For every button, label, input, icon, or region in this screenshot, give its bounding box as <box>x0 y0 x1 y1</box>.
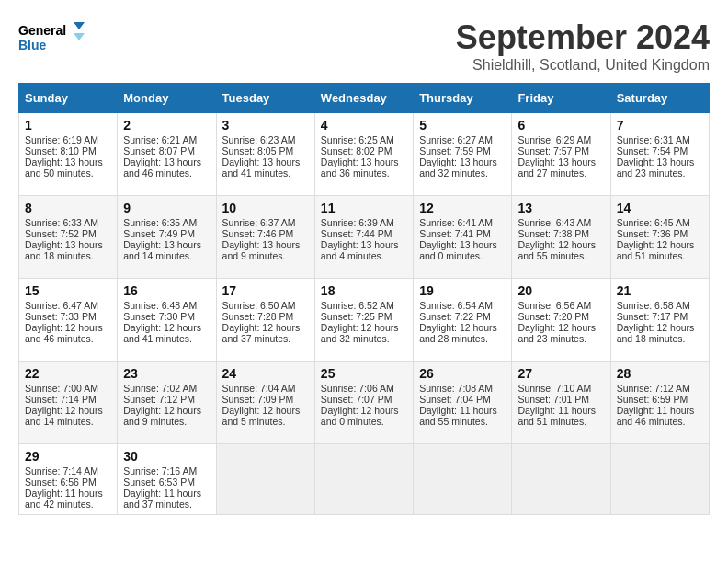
day-number: 21 <box>617 283 703 298</box>
day-info-line: Sunrise: 6:39 AM <box>321 217 407 228</box>
calendar-cell: 15Sunrise: 6:47 AMSunset: 7:33 PMDayligh… <box>19 279 118 362</box>
calendar-cell: 4Sunrise: 6:25 AMSunset: 8:02 PMDaylight… <box>314 113 413 196</box>
day-info-line: Sunset: 7:14 PM <box>25 394 111 405</box>
day-info-line: Sunrise: 7:12 AM <box>617 383 703 394</box>
day-number: 25 <box>321 366 407 381</box>
day-info-line: Sunset: 6:56 PM <box>25 477 111 488</box>
page-header: GeneralBlue September 2024 Shieldhill, S… <box>18 18 710 74</box>
day-info-line: and 51 minutes. <box>518 416 604 427</box>
calendar-cell <box>414 444 512 515</box>
day-info-line: and 23 minutes. <box>617 167 703 178</box>
day-number: 13 <box>518 201 604 215</box>
weekday-header-tuesday: Tuesday <box>216 84 314 113</box>
day-info-line: Daylight: 11 hours <box>123 488 210 499</box>
day-info-line: Sunrise: 7:16 AM <box>123 465 210 477</box>
calendar-cell: 1Sunrise: 6:19 AMSunset: 8:10 PMDaylight… <box>19 113 118 196</box>
day-info-line: Sunrise: 6:33 AM <box>25 217 111 228</box>
day-info-line: Daylight: 12 hours <box>518 239 604 250</box>
day-number: 26 <box>419 366 506 381</box>
calendar-cell: 5Sunrise: 6:27 AMSunset: 7:59 PMDaylight… <box>414 113 512 196</box>
svg-text:Blue: Blue <box>18 38 47 52</box>
day-info-line: Sunrise: 7:10 AM <box>518 383 604 394</box>
calendar-cell: 27Sunrise: 7:10 AMSunset: 7:01 PMDayligh… <box>512 362 610 444</box>
calendar-cell: 28Sunrise: 7:12 AMSunset: 6:59 PMDayligh… <box>610 362 709 444</box>
day-info-line: Sunrise: 7:14 AM <box>25 465 111 477</box>
day-number: 11 <box>321 201 407 215</box>
svg-marker-3 <box>74 33 85 40</box>
day-number: 24 <box>222 366 309 381</box>
day-info-line: Sunrise: 7:06 AM <box>321 383 407 394</box>
day-info-line: Sunrise: 6:37 AM <box>222 217 309 228</box>
day-info-line: Daylight: 13 hours <box>123 239 210 250</box>
day-info-line: Sunset: 7:28 PM <box>222 311 309 322</box>
day-info-line: Sunset: 7:33 PM <box>25 311 111 322</box>
calendar-cell <box>512 444 610 515</box>
calendar-cell: 2Sunrise: 6:21 AMSunset: 8:07 PMDaylight… <box>118 113 216 196</box>
day-info-line: Sunrise: 6:56 AM <box>518 300 604 311</box>
day-info-line: Sunset: 8:02 PM <box>321 145 407 156</box>
day-info-line: Daylight: 13 hours <box>321 239 407 250</box>
calendar-cell: 25Sunrise: 7:06 AMSunset: 7:07 PMDayligh… <box>314 362 413 444</box>
day-info-line: Sunset: 7:20 PM <box>518 311 604 322</box>
month-title: September 2024 <box>456 18 710 57</box>
day-info-line: Daylight: 13 hours <box>222 239 309 250</box>
day-number: 5 <box>419 118 506 132</box>
day-info-line: Sunset: 7:52 PM <box>25 228 111 239</box>
day-number: 20 <box>518 283 604 298</box>
day-info-line: Daylight: 12 hours <box>25 405 111 416</box>
day-info-line: Daylight: 13 hours <box>321 156 407 167</box>
day-info-line: and 14 minutes. <box>25 416 111 427</box>
day-info-line: Sunrise: 6:52 AM <box>321 300 407 311</box>
weekday-header-saturday: Saturday <box>610 84 709 113</box>
day-info-line: and 37 minutes. <box>222 333 309 344</box>
day-info-line: Daylight: 11 hours <box>25 488 111 499</box>
day-info-line: Sunrise: 6:58 AM <box>617 300 703 311</box>
day-info-line: Sunset: 7:01 PM <box>518 394 604 405</box>
calendar-cell: 8Sunrise: 6:33 AMSunset: 7:52 PMDaylight… <box>19 196 118 279</box>
day-info-line: and 46 minutes. <box>123 167 210 178</box>
day-info-line: Daylight: 13 hours <box>518 156 604 167</box>
logo-icon: GeneralBlue <box>18 18 92 55</box>
day-info-line: and 18 minutes. <box>25 250 111 261</box>
day-info-line: Sunrise: 6:19 AM <box>25 134 111 145</box>
day-info-line: Sunrise: 6:41 AM <box>419 217 506 228</box>
calendar-cell: 11Sunrise: 6:39 AMSunset: 7:44 PMDayligh… <box>314 196 413 279</box>
weekday-header-friday: Friday <box>512 84 610 113</box>
day-info-line: Sunset: 7:25 PM <box>321 311 407 322</box>
calendar-cell: 16Sunrise: 6:48 AMSunset: 7:30 PMDayligh… <box>118 279 216 362</box>
day-info-line: Sunset: 7:54 PM <box>617 145 703 156</box>
day-info-line: Sunset: 7:44 PM <box>321 228 407 239</box>
day-info-line: Daylight: 12 hours <box>321 405 407 416</box>
day-info-line: and 5 minutes. <box>222 416 309 427</box>
day-info-line: Sunset: 7:17 PM <box>617 311 703 322</box>
day-info-line: Sunrise: 6:35 AM <box>123 217 210 228</box>
day-info-line: and 0 minutes. <box>321 416 407 427</box>
day-info-line: Sunrise: 6:21 AM <box>123 134 210 145</box>
day-info-line: Sunrise: 6:27 AM <box>419 134 506 145</box>
calendar-cell: 10Sunrise: 6:37 AMSunset: 7:46 PMDayligh… <box>216 196 314 279</box>
day-info-line: Sunrise: 6:31 AM <box>617 134 703 145</box>
calendar-cell: 12Sunrise: 6:41 AMSunset: 7:41 PMDayligh… <box>414 196 512 279</box>
day-number: 22 <box>25 366 111 381</box>
day-number: 6 <box>518 118 604 132</box>
day-number: 17 <box>222 283 309 298</box>
weekday-header-sunday: Sunday <box>19 84 118 113</box>
day-info-line: Daylight: 11 hours <box>617 405 703 416</box>
day-info-line: Sunset: 7:59 PM <box>419 145 506 156</box>
day-info-line: Daylight: 12 hours <box>222 405 309 416</box>
calendar-cell: 17Sunrise: 6:50 AMSunset: 7:28 PMDayligh… <box>216 279 314 362</box>
day-info-line: Sunset: 7:41 PM <box>419 228 506 239</box>
day-info-line: and 0 minutes. <box>419 250 506 261</box>
calendar-cell: 19Sunrise: 6:54 AMSunset: 7:22 PMDayligh… <box>414 279 512 362</box>
day-info-line: and 41 minutes. <box>222 167 309 178</box>
calendar-cell: 21Sunrise: 6:58 AMSunset: 7:17 PMDayligh… <box>610 279 709 362</box>
day-info-line: Sunset: 8:05 PM <box>222 145 309 156</box>
day-info-line: and 46 minutes. <box>25 333 111 344</box>
day-info-line: Sunset: 8:07 PM <box>123 145 210 156</box>
day-number: 28 <box>617 366 703 381</box>
day-info-line: Sunset: 6:53 PM <box>123 477 210 488</box>
day-number: 10 <box>222 201 309 215</box>
calendar-cell: 18Sunrise: 6:52 AMSunset: 7:25 PMDayligh… <box>314 279 413 362</box>
day-number: 9 <box>123 201 210 215</box>
day-info-line: and 36 minutes. <box>321 167 407 178</box>
